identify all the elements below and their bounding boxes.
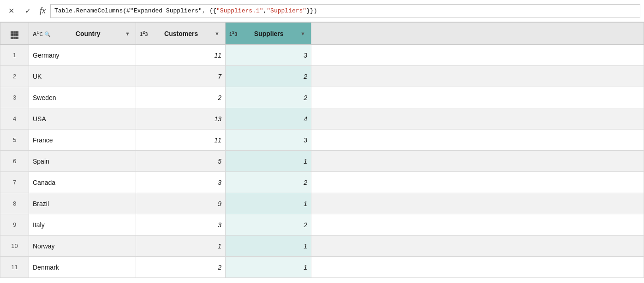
data-table: ABC 🔍 Country ▼ 123 Customers ▼ <box>0 22 644 278</box>
fx-label: fx <box>37 6 48 16</box>
cell-country: Spain <box>29 151 136 172</box>
formula-text-suffix: }}) <box>306 7 317 14</box>
customers-dropdown-button[interactable]: ▼ <box>213 30 221 37</box>
table-row: 8Brazil91 <box>0 193 644 214</box>
formula-text-key: "Suppliers.1" <box>216 7 263 14</box>
confirm-button[interactable]: ✓ <box>20 4 35 18</box>
empty-header <box>311 23 644 45</box>
table-row: 11Denmark21 <box>0 257 644 278</box>
table-row: 4USA134 <box>0 108 644 130</box>
cell-country: Norway <box>29 236 136 257</box>
confirm-icon: ✓ <box>25 6 31 15</box>
cell-suppliers: 3 <box>226 45 311 66</box>
table-row: 2UK72 <box>0 66 644 87</box>
cell-empty <box>311 257 644 278</box>
cell-empty <box>311 236 644 257</box>
table-row: 7Canada32 <box>0 172 644 193</box>
cell-suppliers: 2 <box>226 214 311 236</box>
country-dropdown-button[interactable]: ▼ <box>123 30 132 37</box>
row-number: 6 <box>0 151 29 172</box>
country-type-icon: ABC 🔍 <box>33 30 51 37</box>
row-number: 2 <box>0 66 29 87</box>
table-row: 10Norway11 <box>0 236 644 257</box>
cell-empty <box>311 66 644 87</box>
cell-empty <box>311 87 644 108</box>
row-number: 8 <box>0 193 29 214</box>
country-col-label: Country <box>53 30 123 37</box>
cell-country: France <box>29 130 136 151</box>
table-icon-header[interactable] <box>0 23 29 45</box>
formula-text-sep: , <box>263 7 267 14</box>
cell-suppliers: 4 <box>226 108 311 130</box>
cell-customers: 1 <box>136 236 226 257</box>
suppliers-type-icon: 123 <box>229 30 237 37</box>
cell-customers: 9 <box>136 193 226 214</box>
cancel-button[interactable]: ✕ <box>4 4 18 18</box>
table-header-row: ABC 🔍 Country ▼ 123 Customers ▼ <box>0 23 644 45</box>
table-grid-icon <box>11 31 18 39</box>
cell-customers: 13 <box>136 108 226 130</box>
row-number: 9 <box>0 214 29 236</box>
cell-suppliers: 1 <box>226 257 311 278</box>
suppliers-col-label: Suppliers <box>239 30 298 37</box>
cell-suppliers: 2 <box>226 172 311 193</box>
cell-customers: 7 <box>136 66 226 87</box>
row-number: 7 <box>0 172 29 193</box>
table-row: 6Spain51 <box>0 151 644 172</box>
cell-customers: 5 <box>136 151 226 172</box>
cell-country: UK <box>29 66 136 87</box>
formula-text-value: "Suppliers" <box>267 7 306 14</box>
customers-type-icon: 123 <box>140 30 148 37</box>
cell-country: Denmark <box>29 257 136 278</box>
cell-country: Italy <box>29 214 136 236</box>
col-header-customers: 123 Customers ▼ <box>136 23 226 45</box>
row-number: 11 <box>0 257 29 278</box>
col-header-suppliers: 123 Suppliers ▼ <box>226 23 311 45</box>
cell-country: Brazil <box>29 193 136 214</box>
table-body: 1Germany1132UK723Sweden224USA1345France1… <box>0 45 644 278</box>
cell-suppliers: 1 <box>226 236 311 257</box>
cell-country: Canada <box>29 172 136 193</box>
table-row: 3Sweden22 <box>0 87 644 108</box>
cell-customers: 11 <box>136 45 226 66</box>
cell-suppliers: 2 <box>226 66 311 87</box>
row-number: 10 <box>0 236 29 257</box>
formula-bar: ✕ ✓ fx Table.RenameColumns(#"Expanded Su… <box>0 0 644 22</box>
formula-input[interactable]: Table.RenameColumns(#"Expanded Suppliers… <box>50 4 640 18</box>
col-header-country: ABC 🔍 Country ▼ <box>29 23 136 45</box>
suppliers-dropdown-button[interactable]: ▼ <box>298 30 307 37</box>
cell-empty <box>311 151 644 172</box>
table-row: 1Germany113 <box>0 45 644 66</box>
row-number: 1 <box>0 45 29 66</box>
row-number: 4 <box>0 108 29 130</box>
formula-text-prefix: Table.RenameColumns(#"Expanded Suppliers… <box>54 7 216 14</box>
cell-suppliers: 3 <box>226 130 311 151</box>
cell-empty <box>311 130 644 151</box>
cell-empty <box>311 193 644 214</box>
table-row: 5France113 <box>0 130 644 151</box>
cell-customers: 2 <box>136 87 226 108</box>
cell-country: Germany <box>29 45 136 66</box>
cell-suppliers: 1 <box>226 151 311 172</box>
cell-suppliers: 1 <box>226 193 311 214</box>
cell-empty <box>311 214 644 236</box>
cell-customers: 11 <box>136 130 226 151</box>
table-container: ABC 🔍 Country ▼ 123 Customers ▼ <box>0 22 644 283</box>
table-row: 9Italy32 <box>0 214 644 236</box>
cancel-icon: ✕ <box>8 6 14 15</box>
cell-suppliers: 2 <box>226 87 311 108</box>
cell-empty <box>311 45 644 66</box>
cell-customers: 2 <box>136 257 226 278</box>
cell-empty <box>311 172 644 193</box>
customers-col-label: Customers <box>149 30 213 37</box>
cell-country: Sweden <box>29 87 136 108</box>
cell-customers: 3 <box>136 172 226 193</box>
cell-empty <box>311 108 644 130</box>
cell-country: USA <box>29 108 136 130</box>
row-number: 3 <box>0 87 29 108</box>
cell-customers: 3 <box>136 214 226 236</box>
row-number: 5 <box>0 130 29 151</box>
